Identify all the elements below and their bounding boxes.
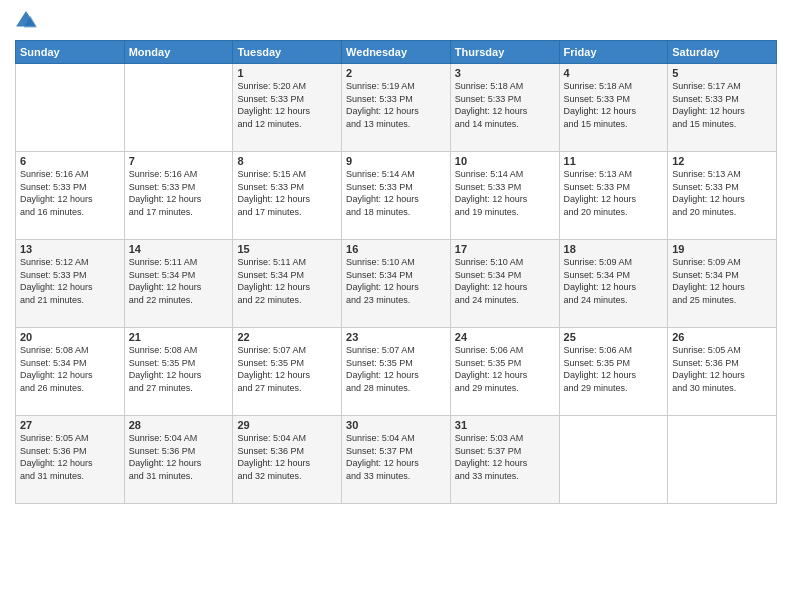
day-number: 12 bbox=[672, 155, 772, 167]
calendar-cell: 19Sunrise: 5:09 AM Sunset: 5:34 PM Dayli… bbox=[668, 240, 777, 328]
day-info: Sunrise: 5:18 AM Sunset: 5:33 PM Dayligh… bbox=[564, 80, 664, 130]
calendar-cell: 31Sunrise: 5:03 AM Sunset: 5:37 PM Dayli… bbox=[450, 416, 559, 504]
week-row-1: 6Sunrise: 5:16 AM Sunset: 5:33 PM Daylig… bbox=[16, 152, 777, 240]
day-info: Sunrise: 5:07 AM Sunset: 5:35 PM Dayligh… bbox=[237, 344, 337, 394]
page-container: SundayMondayTuesdayWednesdayThursdayFrid… bbox=[0, 0, 792, 514]
day-info: Sunrise: 5:18 AM Sunset: 5:33 PM Dayligh… bbox=[455, 80, 555, 130]
calendar-cell: 14Sunrise: 5:11 AM Sunset: 5:34 PM Dayli… bbox=[124, 240, 233, 328]
day-number: 23 bbox=[346, 331, 446, 343]
day-number: 19 bbox=[672, 243, 772, 255]
calendar-cell bbox=[16, 64, 125, 152]
calendar-header: SundayMondayTuesdayWednesdayThursdayFrid… bbox=[16, 41, 777, 64]
header-day-monday: Monday bbox=[124, 41, 233, 64]
calendar-cell: 12Sunrise: 5:13 AM Sunset: 5:33 PM Dayli… bbox=[668, 152, 777, 240]
day-info: Sunrise: 5:03 AM Sunset: 5:37 PM Dayligh… bbox=[455, 432, 555, 482]
day-number: 24 bbox=[455, 331, 555, 343]
day-number: 4 bbox=[564, 67, 664, 79]
day-info: Sunrise: 5:08 AM Sunset: 5:34 PM Dayligh… bbox=[20, 344, 120, 394]
calendar-cell: 5Sunrise: 5:17 AM Sunset: 5:33 PM Daylig… bbox=[668, 64, 777, 152]
logo-icon bbox=[15, 10, 37, 32]
day-number: 20 bbox=[20, 331, 120, 343]
calendar-cell: 11Sunrise: 5:13 AM Sunset: 5:33 PM Dayli… bbox=[559, 152, 668, 240]
calendar-cell: 7Sunrise: 5:16 AM Sunset: 5:33 PM Daylig… bbox=[124, 152, 233, 240]
day-info: Sunrise: 5:04 AM Sunset: 5:36 PM Dayligh… bbox=[129, 432, 229, 482]
day-number: 28 bbox=[129, 419, 229, 431]
day-number: 31 bbox=[455, 419, 555, 431]
calendar-table: SundayMondayTuesdayWednesdayThursdayFrid… bbox=[15, 40, 777, 504]
week-row-3: 20Sunrise: 5:08 AM Sunset: 5:34 PM Dayli… bbox=[16, 328, 777, 416]
header-day-thursday: Thursday bbox=[450, 41, 559, 64]
header-row bbox=[15, 10, 777, 32]
day-info: Sunrise: 5:16 AM Sunset: 5:33 PM Dayligh… bbox=[129, 168, 229, 218]
day-number: 14 bbox=[129, 243, 229, 255]
calendar-cell: 16Sunrise: 5:10 AM Sunset: 5:34 PM Dayli… bbox=[342, 240, 451, 328]
week-row-4: 27Sunrise: 5:05 AM Sunset: 5:36 PM Dayli… bbox=[16, 416, 777, 504]
day-info: Sunrise: 5:13 AM Sunset: 5:33 PM Dayligh… bbox=[672, 168, 772, 218]
calendar-cell: 2Sunrise: 5:19 AM Sunset: 5:33 PM Daylig… bbox=[342, 64, 451, 152]
day-info: Sunrise: 5:13 AM Sunset: 5:33 PM Dayligh… bbox=[564, 168, 664, 218]
header-day-sunday: Sunday bbox=[16, 41, 125, 64]
day-info: Sunrise: 5:06 AM Sunset: 5:35 PM Dayligh… bbox=[564, 344, 664, 394]
calendar-cell: 6Sunrise: 5:16 AM Sunset: 5:33 PM Daylig… bbox=[16, 152, 125, 240]
day-number: 13 bbox=[20, 243, 120, 255]
calendar-cell bbox=[124, 64, 233, 152]
calendar-cell: 28Sunrise: 5:04 AM Sunset: 5:36 PM Dayli… bbox=[124, 416, 233, 504]
day-info: Sunrise: 5:12 AM Sunset: 5:33 PM Dayligh… bbox=[20, 256, 120, 306]
day-number: 1 bbox=[237, 67, 337, 79]
day-info: Sunrise: 5:10 AM Sunset: 5:34 PM Dayligh… bbox=[455, 256, 555, 306]
day-number: 9 bbox=[346, 155, 446, 167]
day-number: 26 bbox=[672, 331, 772, 343]
calendar-cell bbox=[668, 416, 777, 504]
header-day-wednesday: Wednesday bbox=[342, 41, 451, 64]
header-day-saturday: Saturday bbox=[668, 41, 777, 64]
day-number: 15 bbox=[237, 243, 337, 255]
day-number: 18 bbox=[564, 243, 664, 255]
day-number: 8 bbox=[237, 155, 337, 167]
calendar-cell: 27Sunrise: 5:05 AM Sunset: 5:36 PM Dayli… bbox=[16, 416, 125, 504]
day-info: Sunrise: 5:17 AM Sunset: 5:33 PM Dayligh… bbox=[672, 80, 772, 130]
calendar-cell: 24Sunrise: 5:06 AM Sunset: 5:35 PM Dayli… bbox=[450, 328, 559, 416]
day-number: 5 bbox=[672, 67, 772, 79]
day-info: Sunrise: 5:05 AM Sunset: 5:36 PM Dayligh… bbox=[20, 432, 120, 482]
calendar-cell: 21Sunrise: 5:08 AM Sunset: 5:35 PM Dayli… bbox=[124, 328, 233, 416]
day-number: 6 bbox=[20, 155, 120, 167]
day-info: Sunrise: 5:04 AM Sunset: 5:37 PM Dayligh… bbox=[346, 432, 446, 482]
day-number: 22 bbox=[237, 331, 337, 343]
day-info: Sunrise: 5:11 AM Sunset: 5:34 PM Dayligh… bbox=[129, 256, 229, 306]
day-info: Sunrise: 5:07 AM Sunset: 5:35 PM Dayligh… bbox=[346, 344, 446, 394]
week-row-0: 1Sunrise: 5:20 AM Sunset: 5:33 PM Daylig… bbox=[16, 64, 777, 152]
day-number: 10 bbox=[455, 155, 555, 167]
day-info: Sunrise: 5:16 AM Sunset: 5:33 PM Dayligh… bbox=[20, 168, 120, 218]
day-info: Sunrise: 5:14 AM Sunset: 5:33 PM Dayligh… bbox=[346, 168, 446, 218]
calendar-cell: 25Sunrise: 5:06 AM Sunset: 5:35 PM Dayli… bbox=[559, 328, 668, 416]
calendar-cell: 26Sunrise: 5:05 AM Sunset: 5:36 PM Dayli… bbox=[668, 328, 777, 416]
day-info: Sunrise: 5:15 AM Sunset: 5:33 PM Dayligh… bbox=[237, 168, 337, 218]
day-number: 16 bbox=[346, 243, 446, 255]
logo bbox=[15, 10, 41, 32]
day-number: 17 bbox=[455, 243, 555, 255]
calendar-cell: 30Sunrise: 5:04 AM Sunset: 5:37 PM Dayli… bbox=[342, 416, 451, 504]
week-row-2: 13Sunrise: 5:12 AM Sunset: 5:33 PM Dayli… bbox=[16, 240, 777, 328]
day-number: 7 bbox=[129, 155, 229, 167]
day-number: 27 bbox=[20, 419, 120, 431]
calendar-cell: 22Sunrise: 5:07 AM Sunset: 5:35 PM Dayli… bbox=[233, 328, 342, 416]
calendar-body: 1Sunrise: 5:20 AM Sunset: 5:33 PM Daylig… bbox=[16, 64, 777, 504]
calendar-cell: 3Sunrise: 5:18 AM Sunset: 5:33 PM Daylig… bbox=[450, 64, 559, 152]
day-number: 29 bbox=[237, 419, 337, 431]
day-number: 25 bbox=[564, 331, 664, 343]
calendar-cell bbox=[559, 416, 668, 504]
day-number: 11 bbox=[564, 155, 664, 167]
calendar-cell: 15Sunrise: 5:11 AM Sunset: 5:34 PM Dayli… bbox=[233, 240, 342, 328]
day-info: Sunrise: 5:09 AM Sunset: 5:34 PM Dayligh… bbox=[672, 256, 772, 306]
day-number: 2 bbox=[346, 67, 446, 79]
calendar-cell: 23Sunrise: 5:07 AM Sunset: 5:35 PM Dayli… bbox=[342, 328, 451, 416]
calendar-cell: 10Sunrise: 5:14 AM Sunset: 5:33 PM Dayli… bbox=[450, 152, 559, 240]
calendar-cell: 4Sunrise: 5:18 AM Sunset: 5:33 PM Daylig… bbox=[559, 64, 668, 152]
header-row-days: SundayMondayTuesdayWednesdayThursdayFrid… bbox=[16, 41, 777, 64]
day-info: Sunrise: 5:20 AM Sunset: 5:33 PM Dayligh… bbox=[237, 80, 337, 130]
day-info: Sunrise: 5:05 AM Sunset: 5:36 PM Dayligh… bbox=[672, 344, 772, 394]
day-info: Sunrise: 5:08 AM Sunset: 5:35 PM Dayligh… bbox=[129, 344, 229, 394]
day-info: Sunrise: 5:11 AM Sunset: 5:34 PM Dayligh… bbox=[237, 256, 337, 306]
calendar-cell: 17Sunrise: 5:10 AM Sunset: 5:34 PM Dayli… bbox=[450, 240, 559, 328]
calendar-cell: 13Sunrise: 5:12 AM Sunset: 5:33 PM Dayli… bbox=[16, 240, 125, 328]
